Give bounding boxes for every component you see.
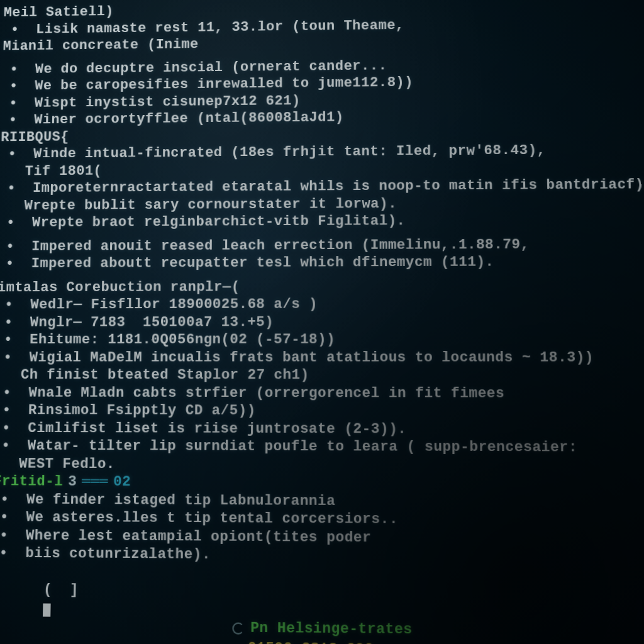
footer-text: Pn Helsinge-trates [250, 619, 413, 640]
prompt-num: 3 [68, 473, 77, 491]
prompt-label: Fritid-l [0, 473, 63, 491]
terminal-screen[interactable]: Meil Satiell) Lisik namaste rest 11, 33.… [0, 0, 644, 644]
b3-0: Impered anouit reased leach errection (I… [0, 235, 644, 255]
b4-8: Watar- tilter lip surndiat poufle to lea… [0, 437, 644, 457]
spinner-icon [232, 622, 244, 634]
prompt-2-text: ( ] [43, 582, 79, 599]
prompt-line[interactable]: Fritid-l 3 ═══ 02 [0, 473, 644, 494]
b2-2: Imporeternractartated etaratal whils is … [0, 176, 644, 197]
prompt-sep: ═══ [82, 473, 108, 491]
b4-4: Ch finist bteated Staplor 27 ch1) [0, 367, 644, 385]
b4-9: WEST Fedlo. [0, 455, 644, 475]
b4-0: Wedlr— Fisfllor 18900025.68 a/s ) [0, 295, 644, 314]
b4-6: Rinsimol Fsipptly CD a/5)) [0, 402, 644, 421]
b4-3: Wigial MaDelM incualis frats bant atatli… [0, 348, 644, 367]
b4-1: Wnglr— 7183 150100a7 13.+5) [0, 313, 644, 331]
b4-2: Ehitume: 1181.0Q056ngn(02 (-57-18)) [0, 331, 644, 349]
footer-num: 01590.2812.090 [248, 639, 374, 644]
b4-7: Cimlifist liset is riise juntrosate (2-3… [0, 419, 644, 439]
section-2-label: imtalas Corebuction ranplr—( [0, 277, 644, 297]
cursor [43, 603, 51, 616]
b3-1: Impered aboutt recupatter tesl which dfi… [0, 253, 644, 272]
b4-5: Wnale Mladn cabts strfier (orrergorencel… [0, 384, 644, 403]
prompt-val: 02 [113, 473, 131, 491]
terminal-output: Meil Satiell) Lisik namaste rest 11, 33.… [0, 0, 644, 641]
